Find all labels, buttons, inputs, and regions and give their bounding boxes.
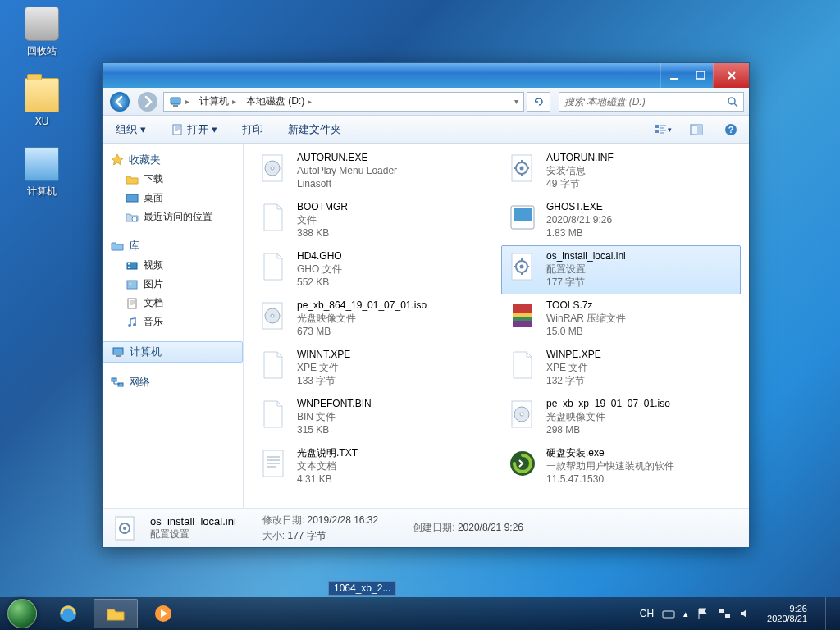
tray-language[interactable]: CH bbox=[640, 608, 654, 619]
svg-point-23 bbox=[133, 323, 136, 326]
breadcrumb-computer[interactable]: ▸ bbox=[164, 93, 194, 111]
file-name: WINNT.XPE bbox=[297, 348, 350, 361]
svg-rect-56 bbox=[663, 611, 674, 618]
sidebar-libraries[interactable]: 库 bbox=[103, 236, 243, 256]
svg-point-41 bbox=[271, 314, 274, 317]
file-detail: 177 字节 bbox=[546, 276, 626, 289]
file-detail: 15.0 MB bbox=[546, 325, 626, 338]
sidebar-item-downloads[interactable]: 下载 bbox=[103, 170, 243, 189]
back-button[interactable] bbox=[107, 89, 132, 114]
titlebar[interactable] bbox=[103, 63, 749, 88]
desktop-icon-recycle-bin[interactable]: 回收站 bbox=[13, 7, 71, 58]
taskbar-media-player[interactable] bbox=[141, 599, 185, 628]
search-input[interactable] bbox=[564, 96, 727, 107]
file-name: pe_xb_xp_19_01_07_01.iso bbox=[546, 397, 670, 410]
file-detail: 315 KB bbox=[297, 423, 372, 436]
file-icon bbox=[256, 151, 290, 185]
tray-keyboard-icon[interactable] bbox=[662, 607, 675, 620]
file-item[interactable]: AUTORUN.EXEAutoPlay Menu LoaderLinasoft bbox=[252, 147, 491, 196]
svg-point-53 bbox=[123, 527, 126, 530]
desktop-icons: 回收站 XU 计算机 bbox=[13, 7, 71, 199]
start-button[interactable] bbox=[3, 598, 41, 629]
desktop-icon bbox=[126, 192, 139, 205]
document-icon bbox=[126, 297, 139, 310]
address-bar[interactable]: ▸ 计算机 ▸ 本地磁盘 (D:) ▸ ▾ bbox=[163, 92, 524, 112]
file-detail: XPE 文件 bbox=[297, 361, 350, 374]
file-detail: Linasoft bbox=[297, 177, 397, 190]
file-item[interactable]: WINPE.XPEXPE 文件132 字节 bbox=[501, 344, 741, 393]
sidebar-item-desktop[interactable]: 桌面 bbox=[103, 189, 243, 208]
svg-rect-18 bbox=[128, 267, 130, 268]
toolbar-open[interactable]: 打开 ▾ bbox=[166, 120, 222, 139]
toolbar-label: 打开 bbox=[187, 122, 208, 137]
chevron-down-icon: ▾ bbox=[140, 123, 146, 135]
file-item[interactable]: 光盘说明.TXT文本文档4.31 KB bbox=[252, 442, 491, 491]
svg-text:?: ? bbox=[728, 125, 734, 135]
file-item[interactable]: os_install_local.ini配置设置177 字节 bbox=[501, 245, 741, 294]
breadcrumb-label: 本地磁盘 (D:) bbox=[246, 94, 304, 108]
refresh-button[interactable] bbox=[527, 92, 550, 112]
file-item[interactable]: BOOTMGR文件388 KB bbox=[252, 196, 491, 245]
recent-icon bbox=[126, 211, 139, 224]
maximize-button[interactable] bbox=[687, 63, 713, 88]
chevron-right-icon: ▸ bbox=[185, 97, 189, 106]
details-size: 大小: 177 字节 bbox=[262, 529, 378, 543]
sidebar-item-music[interactable]: 音乐 bbox=[103, 313, 243, 331]
preview-pane-button[interactable] bbox=[687, 120, 706, 139]
file-item[interactable]: pe_xb_864_19_01_07_01.iso光盘映像文件673 MB bbox=[252, 294, 491, 344]
search-box[interactable] bbox=[559, 92, 744, 112]
tray-clock[interactable]: 9:26 2020/8/21 bbox=[760, 604, 814, 623]
toolbar-print[interactable]: 打印 bbox=[237, 120, 268, 139]
taskbar-explorer[interactable] bbox=[94, 599, 138, 628]
svg-point-20 bbox=[130, 282, 132, 285]
sidebar-network[interactable]: 网络 bbox=[103, 372, 243, 392]
sidebar-item-videos[interactable]: 视频 bbox=[103, 256, 243, 275]
file-item[interactable]: WNPEFONT.BINBIN 文件315 KB bbox=[252, 393, 491, 442]
sidebar-computer[interactable]: 计算机 bbox=[103, 341, 243, 363]
tray-network-icon[interactable] bbox=[718, 607, 731, 620]
file-icon bbox=[505, 446, 540, 481]
breadcrumb-drive[interactable]: 本地磁盘 (D:) ▸ bbox=[241, 93, 317, 111]
sidebar-favorites[interactable]: 收藏夹 bbox=[103, 150, 243, 170]
file-icon bbox=[505, 151, 540, 185]
svg-rect-25 bbox=[116, 355, 121, 357]
desktop-icon-computer[interactable]: 计算机 bbox=[13, 147, 71, 199]
svg-rect-44 bbox=[513, 313, 532, 317]
picture-icon bbox=[126, 278, 139, 291]
taskbar-ie[interactable] bbox=[46, 599, 90, 628]
sidebar-item-recent[interactable]: 最近访问的位置 bbox=[103, 208, 243, 226]
tray-flag-icon[interactable] bbox=[696, 607, 710, 620]
notepad-icon bbox=[171, 123, 184, 136]
file-list[interactable]: AUTORUN.EXEAutoPlay Menu LoaderLinasoftA… bbox=[244, 144, 749, 508]
file-item[interactable]: TOOLS.7zWinRAR 压缩文件15.0 MB bbox=[501, 294, 741, 344]
sidebar-label: 最近访问的位置 bbox=[144, 210, 212, 224]
close-button[interactable] bbox=[713, 63, 749, 88]
file-icon bbox=[256, 249, 290, 284]
svg-rect-11 bbox=[697, 125, 702, 135]
minimize-button[interactable] bbox=[660, 63, 687, 88]
file-item[interactable]: GHOST.EXE2020/8/21 9:261.83 MB bbox=[501, 196, 741, 245]
file-item[interactable]: 硬盘安装.exe一款帮助用户快速装机的软件11.5.47.1530 bbox=[501, 442, 741, 491]
sidebar-item-pictures[interactable]: 图片 bbox=[103, 275, 243, 294]
chevron-down-icon: ▾ bbox=[212, 123, 217, 135]
file-item[interactable]: WINNT.XPEXPE 文件133 字节 bbox=[252, 344, 491, 393]
address-dropdown[interactable]: ▾ bbox=[509, 93, 523, 111]
desktop-icon-folder-xu[interactable]: XU bbox=[13, 78, 71, 127]
sidebar-item-documents[interactable]: 文档 bbox=[103, 294, 243, 313]
file-name: os_install_local.ini bbox=[546, 249, 626, 262]
file-detail: 552 KB bbox=[297, 276, 342, 289]
file-item[interactable]: AUTORUN.INF安装信息49 字节 bbox=[501, 147, 741, 196]
toolbar-new-folder[interactable]: 新建文件夹 bbox=[283, 120, 346, 139]
tray-volume-icon[interactable] bbox=[739, 607, 752, 620]
sidebar-label: 下载 bbox=[144, 172, 163, 186]
taskbar: CH ▴ 9:26 2020/8/21 bbox=[0, 597, 840, 630]
toolbar-organize[interactable]: 组织 ▾ bbox=[111, 120, 151, 139]
help-button[interactable]: ? bbox=[721, 120, 741, 139]
file-item[interactable]: HD4.GHOGHO 文件552 KB bbox=[252, 245, 491, 294]
show-desktop-button[interactable] bbox=[825, 597, 835, 630]
tray-chevron-up-icon[interactable]: ▴ bbox=[683, 609, 688, 619]
file-item[interactable]: pe_xb_xp_19_01_07_01.iso光盘映像文件298 MB bbox=[501, 393, 741, 442]
forward-button[interactable] bbox=[135, 89, 160, 114]
breadcrumb-computer-text[interactable]: 计算机 ▸ bbox=[194, 93, 241, 111]
view-mode-button[interactable]: ▾ bbox=[652, 120, 672, 139]
